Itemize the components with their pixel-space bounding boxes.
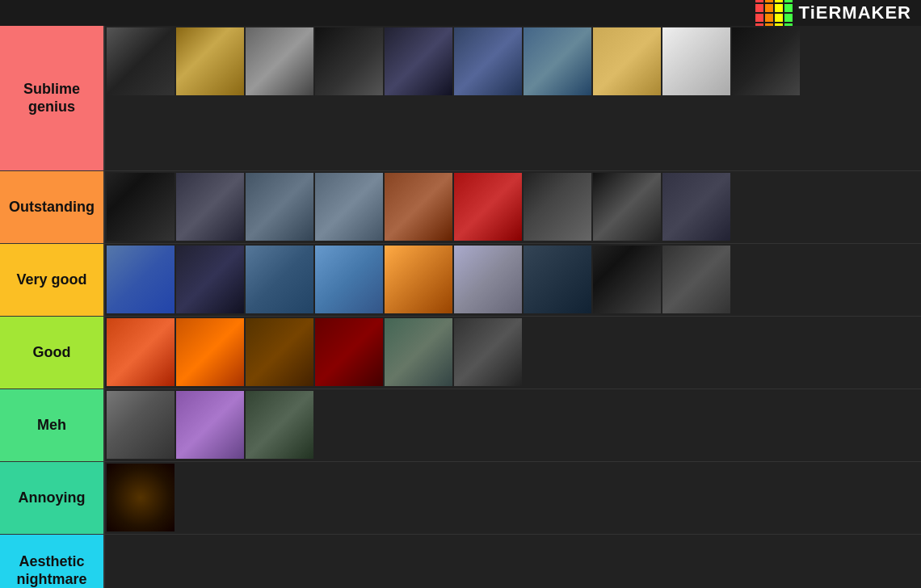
tier-row-aesthetic: Aestheticnightmare: [0, 535, 921, 588]
logo-cell-4: [784, 0, 793, 2]
tier-label-annoying: Annoying: [0, 462, 103, 534]
album-item[interactable]: [385, 173, 452, 241]
album-item[interactable]: [454, 246, 522, 313]
album-item[interactable]: [315, 246, 383, 313]
album-item[interactable]: [385, 27, 452, 95]
logo-cell-12: [784, 14, 793, 22]
album-item[interactable]: [315, 173, 383, 241]
tier-label-meh: Meh: [0, 389, 103, 461]
album-item[interactable]: [524, 173, 591, 241]
tiermaker-container: TiERMAKER Sublimegenius Outstanding: [0, 0, 921, 588]
album-item[interactable]: [593, 27, 661, 95]
album-item[interactable]: [662, 246, 730, 313]
album-item[interactable]: [662, 27, 730, 95]
logo-cell-5: [755, 4, 763, 12]
logo-cell-2: [765, 0, 773, 2]
tier-row-very-good: Very good: [0, 244, 921, 317]
tier-row-sublime: Sublimegenius: [0, 26, 921, 171]
tier-label-aesthetic: Aestheticnightmare: [0, 535, 103, 588]
album-item[interactable]: [315, 318, 383, 386]
tier-row-good: Good: [0, 317, 921, 389]
album-item[interactable]: [246, 27, 313, 95]
album-item[interactable]: [107, 391, 175, 459]
album-item[interactable]: [246, 318, 313, 386]
tier-items-meh: [103, 389, 921, 461]
header: TiERMAKER: [0, 0, 921, 26]
album-item[interactable]: [524, 27, 591, 95]
album-item[interactable]: [454, 173, 522, 241]
album-item[interactable]: [246, 173, 313, 241]
tier-label-sublime: Sublimegenius: [0, 26, 103, 170]
tier-label-good: Good: [0, 317, 103, 388]
album-item[interactable]: [246, 391, 313, 459]
logo-cell-10: [765, 14, 773, 22]
logo-cell-3: [775, 0, 783, 2]
album-item[interactable]: [662, 173, 730, 241]
tier-label-very-good: Very good: [0, 244, 103, 316]
logo-cell-6: [765, 4, 773, 12]
album-item[interactable]: [385, 318, 452, 386]
album-item[interactable]: [176, 173, 244, 241]
album-item[interactable]: [107, 173, 175, 241]
album-item[interactable]: [176, 318, 244, 386]
album-item[interactable]: [176, 246, 244, 313]
album-item[interactable]: [593, 246, 661, 313]
album-item[interactable]: [454, 27, 522, 95]
album-item[interactable]: [246, 246, 313, 313]
tier-items-sublime: [103, 26, 921, 170]
tier-label-outstanding: Outstanding: [0, 171, 103, 243]
logo-cell-8: [784, 4, 793, 12]
album-item[interactable]: [107, 318, 175, 386]
album-item[interactable]: [176, 27, 244, 95]
album-item[interactable]: [176, 391, 244, 459]
album-item[interactable]: [593, 173, 661, 241]
logo-cell-9: [755, 14, 763, 22]
logo-cell-1: [755, 0, 763, 2]
tier-items-annoying: [103, 462, 921, 534]
tier-row-meh: Meh: [0, 389, 921, 462]
tier-items-aesthetic: [103, 535, 921, 588]
tier-row-annoying: Annoying: [0, 462, 921, 535]
logo-cell-7: [775, 4, 783, 12]
album-item[interactable]: [454, 318, 522, 386]
logo-cell-11: [775, 14, 783, 22]
album-item[interactable]: [732, 27, 800, 95]
album-item[interactable]: [107, 27, 175, 95]
album-item[interactable]: [107, 464, 175, 531]
logo-text: TiERMAKER: [799, 2, 911, 23]
tier-items-good: [103, 317, 921, 388]
tier-items-very-good: [103, 244, 921, 316]
tier-items-outstanding: [103, 171, 921, 243]
album-item[interactable]: [524, 246, 591, 313]
album-item[interactable]: [315, 27, 383, 95]
album-item[interactable]: [107, 246, 175, 313]
tier-row-outstanding: Outstanding: [0, 171, 921, 244]
album-item[interactable]: [385, 246, 452, 313]
